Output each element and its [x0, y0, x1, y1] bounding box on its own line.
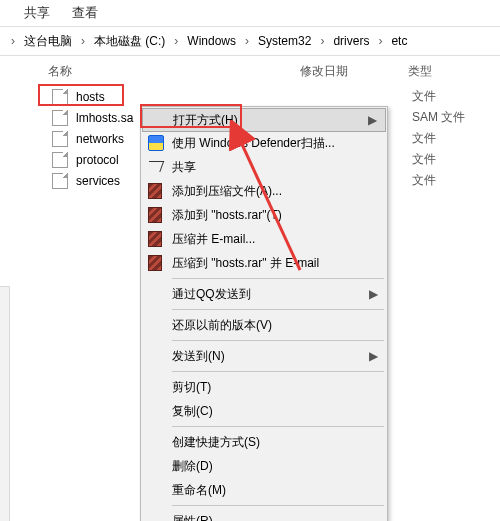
file-name: services [76, 174, 120, 188]
file-icon [52, 110, 68, 126]
breadcrumb-item[interactable]: Windows [183, 32, 240, 50]
breadcrumb-item[interactable]: etc [387, 32, 411, 50]
file-name: protocol [76, 153, 119, 167]
cm-label: 使用 Windows Defender扫描... [172, 135, 335, 152]
cm-label: 复制(C) [172, 403, 213, 420]
cm-rar-add[interactable]: 添加到压缩文件(A)... [142, 179, 386, 203]
menu-view[interactable]: 查看 [72, 4, 98, 22]
file-type: 文件 [412, 128, 465, 149]
submenu-arrow-icon: ▶ [368, 113, 377, 127]
cm-delete[interactable]: 删除(D) [142, 454, 386, 478]
cm-label: 重命名(M) [172, 482, 226, 499]
separator [172, 278, 384, 279]
context-menu: 打开方式(H) ▶ 使用 Windows Defender扫描... 共享 添加… [140, 106, 388, 521]
rar-icon [148, 207, 164, 223]
cm-label: 压缩并 E-mail... [172, 231, 255, 248]
cm-copy[interactable]: 复制(C) [142, 399, 386, 423]
breadcrumb-item[interactable]: System32 [254, 32, 315, 50]
cm-open-with[interactable]: 打开方式(H) ▶ [142, 108, 386, 132]
file-name: hosts [76, 90, 105, 104]
cm-label: 共享 [172, 159, 196, 176]
file-type: 文件 [412, 170, 465, 191]
chevron-right-icon: › [315, 34, 329, 48]
cm-label: 打开方式(H) [173, 112, 238, 129]
cm-label: 发送到(N) [172, 348, 225, 365]
cm-label: 删除(D) [172, 458, 213, 475]
cm-cut[interactable]: 剪切(T) [142, 375, 386, 399]
col-name[interactable]: 名称 [0, 63, 300, 80]
file-type: 文件 [412, 149, 465, 170]
cm-qq[interactable]: 通过QQ发送到 ▶ [142, 282, 386, 306]
submenu-arrow-icon: ▶ [369, 349, 378, 363]
file-icon [52, 152, 68, 168]
cm-rar-emailto[interactable]: 压缩到 "hosts.rar" 并 E-mail [142, 251, 386, 275]
chevron-right-icon: › [6, 34, 20, 48]
cm-label: 添加到 "hosts.rar"(T) [172, 207, 282, 224]
separator [172, 371, 384, 372]
cm-label: 剪切(T) [172, 379, 211, 396]
cm-share[interactable]: 共享 [142, 155, 386, 179]
cm-sendto[interactable]: 发送到(N) ▶ [142, 344, 386, 368]
shield-icon [148, 135, 164, 151]
breadcrumb-item[interactable]: drivers [329, 32, 373, 50]
cm-restore[interactable]: 还原以前的版本(V) [142, 313, 386, 337]
cm-label: 通过QQ发送到 [172, 286, 251, 303]
nav-pane-edge [0, 286, 10, 521]
file-type: SAM 文件 [412, 107, 465, 128]
breadcrumb-item[interactable]: 这台电脑 [20, 31, 76, 52]
separator [172, 426, 384, 427]
chevron-right-icon: › [169, 34, 183, 48]
rar-icon [148, 255, 164, 271]
separator [172, 505, 384, 506]
menu-share[interactable]: 共享 [24, 4, 50, 22]
submenu-arrow-icon: ▶ [369, 287, 378, 301]
file-name: lmhosts.sa [76, 111, 133, 125]
col-modified[interactable]: 修改日期 [300, 63, 408, 80]
cm-label: 创建快捷方式(S) [172, 434, 260, 451]
breadcrumb-item[interactable]: 本地磁盘 (C:) [90, 31, 169, 52]
cm-rar-email[interactable]: 压缩并 E-mail... [142, 227, 386, 251]
separator [172, 309, 384, 310]
chevron-right-icon: › [76, 34, 90, 48]
cm-rar-addhost[interactable]: 添加到 "hosts.rar"(T) [142, 203, 386, 227]
file-icon [52, 131, 68, 147]
file-icon [52, 173, 68, 189]
cm-rename[interactable]: 重命名(M) [142, 478, 386, 502]
file-type: 文件 [412, 86, 465, 107]
type-column: 文件 SAM 文件 文件 文件 文件 [412, 86, 465, 191]
share-icon [148, 159, 164, 175]
cm-shortcut[interactable]: 创建快捷方式(S) [142, 430, 386, 454]
separator [172, 340, 384, 341]
column-headers: 名称 修改日期 类型 [0, 56, 500, 86]
cm-label: 属性(R) [172, 513, 213, 522]
rar-icon [148, 183, 164, 199]
breadcrumb[interactable]: › 这台电脑 › 本地磁盘 (C:) › Windows › System32 … [0, 26, 500, 56]
file-icon [52, 89, 68, 105]
cm-label: 压缩到 "hosts.rar" 并 E-mail [172, 255, 319, 272]
col-type[interactable]: 类型 [408, 63, 500, 80]
cm-props[interactable]: 属性(R) [142, 509, 386, 521]
file-name: networks [76, 132, 124, 146]
cm-label: 还原以前的版本(V) [172, 317, 272, 334]
rar-icon [148, 231, 164, 247]
chevron-right-icon: › [373, 34, 387, 48]
window-menu-bar: 共享 查看 [0, 0, 500, 26]
cm-defender[interactable]: 使用 Windows Defender扫描... [142, 131, 386, 155]
cm-label: 添加到压缩文件(A)... [172, 183, 282, 200]
chevron-right-icon: › [240, 34, 254, 48]
